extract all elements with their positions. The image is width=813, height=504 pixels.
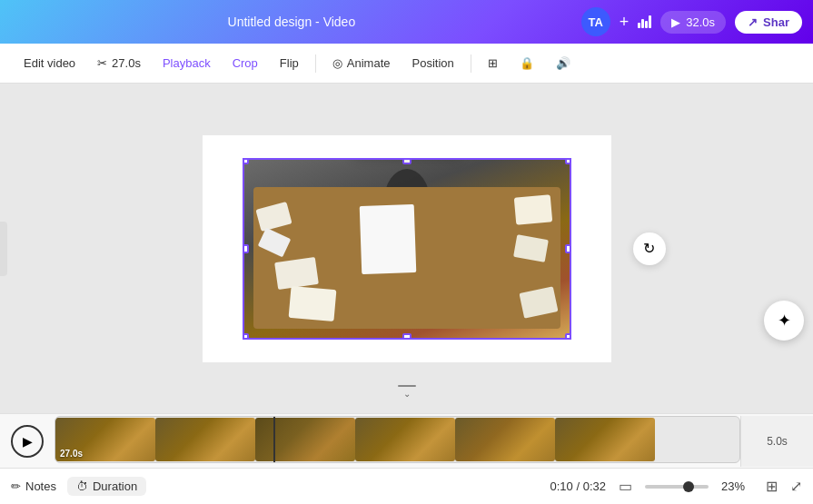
toolbar: Edit video ✂ 27.0s Playback Crop Flip ◎ …: [0, 44, 813, 84]
clip-thumb-6[interactable]: [555, 418, 655, 461]
rotate-icon: ↻: [643, 240, 655, 257]
segment-duration: 5.0s: [740, 416, 813, 467]
notebook: [360, 203, 417, 273]
clip-duration-1: 27.0s: [60, 449, 83, 459]
notes-label: Notes: [25, 479, 56, 493]
toolbar-separator-1: [315, 54, 316, 73]
status-right: 0:10 / 0:32 ▭ 23% ⊞ ⤢: [550, 478, 802, 495]
play-control: ▶: [0, 425, 55, 458]
fullscreen-icon[interactable]: ⤢: [790, 478, 802, 495]
magic-ai-button[interactable]: ✦: [764, 301, 804, 341]
play-button[interactable]: ▶ 32.0s: [660, 11, 726, 34]
playhead[interactable]: [273, 416, 275, 463]
paper-scrap-5: [274, 257, 319, 290]
zoom-slider[interactable]: [645, 485, 709, 489]
magic-star-icon: ✦: [778, 311, 791, 331]
left-panel-hint[interactable]: [0, 222, 7, 276]
handle-middle-left[interactable]: [243, 244, 249, 253]
video-frame[interactable]: ⧉ 🗑 •••: [243, 158, 571, 340]
handle-top-middle[interactable]: [402, 158, 411, 164]
scissors-duration-label: 27.0s: [112, 56, 141, 70]
scissors-icon: ✂: [97, 56, 107, 70]
add-collaborator-button[interactable]: +: [620, 13, 630, 32]
clip-thumb-5[interactable]: [455, 418, 555, 461]
crop-label: Crop: [233, 56, 258, 70]
view-controls: ▭: [619, 478, 632, 495]
clip-thumb-3[interactable]: [255, 418, 355, 461]
edit-video-button[interactable]: Edit video: [15, 52, 84, 74]
notes-button[interactable]: ✏ Notes: [11, 479, 56, 493]
grid-view-icon[interactable]: ⊞: [766, 478, 778, 495]
play-icon: ▶: [671, 15, 680, 29]
lock-icon: 🔒: [520, 56, 534, 70]
monitor-icon[interactable]: ▭: [619, 478, 632, 495]
video-content: [244, 160, 570, 338]
flip-button[interactable]: Flip: [271, 52, 308, 74]
toolbar-separator-2: [471, 54, 471, 73]
share-label: Shar: [763, 15, 789, 29]
share-button[interactable]: ↗ Shar: [735, 11, 802, 34]
canvas-white: ⧉ 🗑 ••• ↻: [203, 135, 611, 362]
edit-video-label: Edit video: [24, 56, 75, 70]
playhead-top: [269, 416, 280, 417]
paper-scrap-1: [255, 201, 292, 231]
animate-label: Animate: [347, 56, 391, 70]
handle-top-left[interactable]: [243, 158, 249, 164]
top-bar: Untitled design - Video TA + ▶ 32.0s ↗ S…: [0, 0, 813, 44]
timeline-track: 27.0s: [55, 416, 740, 463]
total-time: 0:32: [583, 479, 606, 493]
scissors-duration-button[interactable]: ✂ 27.0s: [88, 52, 150, 74]
handle-bottom-left[interactable]: [243, 333, 249, 340]
paper-scrap-3: [513, 194, 551, 224]
play-pause-button[interactable]: ▶: [11, 425, 44, 458]
zoom-control: [645, 485, 709, 489]
paper-scrap-6: [288, 285, 336, 321]
clock-icon: ⏱: [76, 479, 88, 493]
handle-middle-right[interactable]: [565, 244, 571, 253]
status-bar: ✏ Notes ⏱ Duration 0:10 / 0:32 ▭ 23% ⊞ ⤢: [0, 468, 813, 504]
playback-button[interactable]: Playback: [154, 52, 220, 74]
stats-icon: [638, 15, 651, 28]
canvas-area: ⧉ 🗑 ••• ↻ ⌄ ✦: [0, 84, 813, 413]
sound-icon: 🔊: [556, 56, 570, 70]
clip-thumb-2[interactable]: [155, 418, 255, 461]
avatar[interactable]: TA: [581, 7, 610, 36]
grid-button[interactable]: ⊞: [479, 52, 507, 74]
pencil-icon: ✏: [11, 479, 21, 493]
clip-thumb-inner-2: [155, 418, 255, 461]
position-button[interactable]: Position: [403, 52, 463, 74]
timeline[interactable]: 27.0s: [55, 416, 740, 467]
crop-button[interactable]: Crop: [223, 52, 267, 74]
duration-label: Duration: [93, 479, 137, 493]
lock-button[interactable]: 🔒: [511, 52, 543, 74]
duration-button[interactable]: ⏱ Duration: [67, 477, 146, 496]
handle-top-right[interactable]: [565, 158, 571, 164]
paper-scrap-2: [257, 227, 290, 257]
flip-label: Flip: [280, 56, 299, 70]
zoom-thumb[interactable]: [683, 481, 694, 492]
paper-scrap-4: [513, 234, 549, 262]
table-surface: [253, 187, 560, 329]
clip-thumb-inner-5: [455, 418, 555, 461]
document-title: Untitled design - Video: [11, 15, 572, 29]
grid-icon: ⊞: [488, 56, 498, 70]
animate-button[interactable]: ◎ Animate: [323, 52, 400, 74]
rotate-button[interactable]: ↻: [633, 232, 666, 265]
share-icon: ↗: [748, 15, 758, 29]
playback-label: Playback: [163, 56, 211, 70]
time-display: 0:10 / 0:32: [550, 479, 606, 493]
clip-thumb-inner-4: [355, 418, 455, 461]
handle-bottom-middle[interactable]: [402, 333, 411, 340]
clip-thumb-1[interactable]: 27.0s: [55, 418, 155, 461]
animate-icon: ◎: [332, 56, 342, 70]
clip-thumb-inner-3: [255, 418, 355, 461]
expand-handle[interactable]: ⌄: [398, 385, 416, 399]
clip-thumb-4[interactable]: [355, 418, 455, 461]
time-separator: /: [576, 479, 582, 493]
clip-thumb-inner-6: [555, 418, 655, 461]
sound-button[interactable]: 🔊: [547, 52, 580, 74]
position-label: Position: [412, 56, 454, 70]
play-duration: 32.0s: [686, 15, 715, 29]
zoom-level: 23%: [721, 479, 753, 493]
handle-bottom-right[interactable]: [565, 333, 571, 340]
